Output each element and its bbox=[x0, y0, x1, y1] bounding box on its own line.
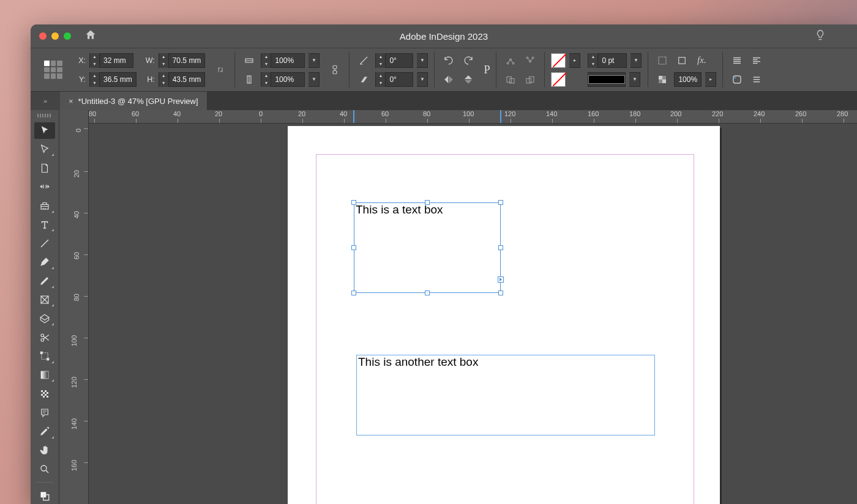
fill-swatch[interactable] bbox=[551, 53, 566, 68]
more-options-icon[interactable] bbox=[749, 72, 765, 87]
rotate-cw-icon[interactable] bbox=[460, 53, 476, 69]
resize-handle[interactable] bbox=[498, 291, 503, 295]
zoom-tool[interactable] bbox=[34, 461, 55, 478]
svg-rect-29 bbox=[41, 371, 48, 379]
stroke-weight-dropdown[interactable]: ▼ bbox=[631, 53, 642, 68]
svg-rect-35 bbox=[45, 394, 47, 396]
stroke-style-dropdown[interactable]: ▼ bbox=[629, 72, 640, 87]
canvas[interactable]: This is a text box This is another te bbox=[89, 124, 857, 504]
home-icon[interactable] bbox=[84, 29, 97, 44]
page-tool[interactable] bbox=[34, 160, 55, 176]
ruler-horizontal[interactable]: 80 60 40 20 0 20 40 60 80 100 120 140 16… bbox=[89, 110, 857, 124]
w-field[interactable]: ▲▼70.5 mm bbox=[159, 53, 206, 68]
auto-fit-icon[interactable] bbox=[654, 53, 670, 69]
type-tool[interactable] bbox=[34, 217, 55, 233]
rectangle-tool[interactable] bbox=[34, 310, 55, 327]
resize-handle[interactable] bbox=[351, 245, 356, 250]
rectangle-frame-tool[interactable] bbox=[34, 292, 55, 308]
svg-rect-28 bbox=[47, 358, 49, 360]
svg-rect-37 bbox=[47, 396, 48, 398]
editor-viewport: 0 20 40 60 80 100 120 140 160 80 60 40 2… bbox=[59, 110, 857, 504]
reference-point[interactable] bbox=[37, 48, 70, 91]
control-bar: X: ▲▼32 mm Y: ▲▼36.5 mm W: ▲▼70.5 mm H: … bbox=[31, 48, 857, 92]
svg-point-21 bbox=[735, 76, 736, 78]
tabs-collapse-icon[interactable]: » bbox=[31, 92, 60, 110]
maximize-window-button[interactable] bbox=[64, 32, 71, 40]
shear-dropdown[interactable]: ▼ bbox=[417, 72, 428, 87]
rotation-dropdown[interactable]: ▼ bbox=[417, 53, 428, 68]
panel-grip[interactable] bbox=[37, 114, 52, 117]
gap-tool[interactable] bbox=[34, 179, 55, 195]
ruler-vertical[interactable]: 0 20 40 60 80 100 120 140 160 bbox=[59, 110, 89, 504]
shear-field[interactable]: ▲▼0° bbox=[375, 72, 413, 87]
resize-handle[interactable] bbox=[498, 245, 503, 250]
x-field[interactable]: ▲▼32 mm bbox=[89, 53, 133, 68]
line-tool[interactable] bbox=[34, 235, 55, 251]
fit-frame-icon[interactable] bbox=[674, 53, 690, 69]
eyedropper-tool[interactable] bbox=[34, 423, 55, 440]
note-tool[interactable] bbox=[34, 404, 55, 421]
constrain-link-icon[interactable] bbox=[212, 62, 228, 78]
hand-tool[interactable] bbox=[34, 442, 55, 459]
h-field[interactable]: ▲▼43.5 mm bbox=[159, 72, 206, 87]
close-window-button[interactable] bbox=[39, 32, 47, 40]
page[interactable]: This is a text box This is another te bbox=[288, 126, 720, 504]
fill-stroke-swap[interactable] bbox=[34, 487, 55, 504]
selection-tool[interactable] bbox=[34, 122, 55, 139]
select-container-icon[interactable] bbox=[503, 53, 518, 69]
scale-x-dropdown[interactable]: ▼ bbox=[309, 53, 320, 68]
text-frame-2[interactable]: This is another text box bbox=[356, 355, 655, 435]
stroke-swatch[interactable] bbox=[551, 72, 566, 87]
text-frame-1-content: This is a text box bbox=[356, 203, 443, 216]
select-next-icon[interactable] bbox=[522, 72, 538, 87]
resize-handle[interactable] bbox=[351, 200, 356, 205]
opacity-field[interactable]: 100% bbox=[674, 72, 702, 87]
content-collector-tool[interactable] bbox=[34, 198, 55, 214]
scale-x-field[interactable]: ▲▼100% bbox=[261, 53, 305, 68]
text-wrap-icon[interactable] bbox=[729, 53, 745, 69]
free-transform-tool[interactable] bbox=[34, 348, 55, 365]
svg-rect-19 bbox=[659, 80, 662, 83]
align-panel-icon[interactable] bbox=[749, 53, 765, 69]
scale-y-dropdown[interactable]: ▼ bbox=[309, 72, 320, 87]
opacity-icon bbox=[654, 72, 670, 87]
scissors-tool[interactable] bbox=[34, 329, 55, 346]
document-tab[interactable]: × *Untitled-3 @ 47% [GPU Preview] bbox=[60, 92, 208, 110]
fill-dropdown[interactable]: ▸ bbox=[569, 53, 580, 68]
select-prev-icon[interactable] bbox=[503, 72, 518, 87]
flip-v-icon[interactable] bbox=[460, 72, 476, 87]
svg-rect-31 bbox=[45, 390, 47, 392]
constrain-scale-icon[interactable] bbox=[327, 62, 343, 78]
scale-y-icon bbox=[241, 72, 257, 87]
select-content-icon[interactable] bbox=[522, 53, 538, 69]
svg-point-38 bbox=[41, 465, 47, 471]
effects-icon[interactable]: fx. bbox=[694, 53, 709, 69]
svg-rect-15 bbox=[679, 57, 686, 64]
resize-handle[interactable] bbox=[498, 200, 503, 205]
out-port-icon[interactable] bbox=[498, 276, 504, 283]
discover-icon[interactable] bbox=[814, 29, 826, 44]
corner-options-icon[interactable] bbox=[729, 72, 745, 87]
rotate-ccw-icon[interactable] bbox=[441, 53, 457, 69]
rotation-field[interactable]: ▲▼0° bbox=[375, 53, 413, 68]
scale-y-field[interactable]: ▲▼100% bbox=[261, 72, 305, 87]
pen-tool[interactable] bbox=[34, 254, 55, 270]
svg-rect-2 bbox=[333, 65, 337, 69]
close-tab-icon[interactable]: × bbox=[69, 97, 73, 106]
y-field[interactable]: ▲▼36.5 mm bbox=[89, 72, 137, 87]
gradient-swatch-tool[interactable] bbox=[34, 367, 55, 384]
text-frame-1[interactable]: This is a text box bbox=[354, 202, 501, 293]
svg-rect-3 bbox=[333, 71, 337, 74]
resize-handle[interactable] bbox=[351, 291, 356, 295]
opacity-dropdown[interactable]: ▸ bbox=[705, 72, 716, 87]
gradient-feather-tool[interactable] bbox=[34, 385, 55, 402]
direct-selection-tool[interactable] bbox=[34, 141, 55, 158]
minimize-window-button[interactable] bbox=[51, 32, 59, 40]
resize-handle[interactable] bbox=[425, 200, 430, 205]
stroke-style-field[interactable] bbox=[588, 72, 626, 87]
pencil-tool[interactable] bbox=[34, 273, 55, 289]
resize-handle[interactable] bbox=[425, 291, 430, 295]
svg-rect-27 bbox=[40, 352, 42, 354]
stroke-weight-field[interactable]: ▲▼0 pt bbox=[588, 53, 627, 68]
flip-h-icon[interactable] bbox=[441, 72, 457, 87]
